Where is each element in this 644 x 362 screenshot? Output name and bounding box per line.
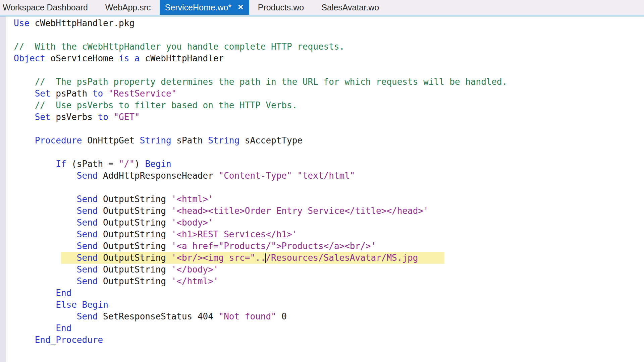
code-line[interactable]: Send OutputString '<head><title>Order En… [14,205,644,217]
code-line[interactable] [14,123,644,135]
code-line[interactable]: // Use psVerbs to filter based on the HT… [14,100,644,111]
code-line[interactable]: Use cWebHttpHandler.pkg [14,17,644,29]
tab-workspace-dashboard[interactable]: Workspace Dashboard [0,0,97,15]
code-token-text: OutputString [98,206,171,216]
code-line-highlighted[interactable]: Send OutputString '<br/><img src="../Res… [14,252,644,264]
code-line[interactable]: Object oServiceHome is a cWebHttpHandler [14,53,644,64]
code-line[interactable]: End_Procedure [14,334,644,346]
code-line[interactable]: Procedure OnHttpGet String sPath String … [14,135,644,146]
code-token-keyword: Begin [82,300,108,310]
code-token-text: OutputString [98,264,171,275]
code-token-keyword: Send [77,194,98,204]
code-token-keyword: If [56,159,66,169]
code-line[interactable]: Set psVerbs to "GET" [14,111,644,123]
code-line[interactable]: Send OutputString '<body>' [14,217,644,229]
code-token-text: sAcceptType [239,135,303,145]
code-token-text: SetResponseStatus 404 [98,311,218,321]
code-token-string: "Content-Type" [219,171,292,181]
code-line[interactable] [14,146,644,158]
tab-servicehome-wo[interactable]: ServiceHome.wo*✕ [160,0,249,15]
code-token-keyword: is [119,53,129,63]
code-token-keyword: a [135,53,140,63]
code-token-keyword: to [98,112,108,122]
code-token-string: '<head><title>Order Entry Service</title… [171,206,429,216]
code-editor[interactable]: Use cWebHttpHandler.pkg // With the cWeb… [6,16,644,362]
code-token-string: "RestService" [108,88,177,99]
code-line[interactable]: Send OutputString '<a href="Products/">P… [14,240,644,252]
code-line[interactable]: Send OutputString '</body>' [14,264,644,276]
code-token-string: '</html>' [171,276,219,286]
code-token-keyword: Set [35,88,51,99]
tab-webapp-src[interactable]: WebApp.src [97,0,160,15]
tab-label: WebApp.src [105,3,151,12]
code-token-text [77,300,82,310]
code-line[interactable]: Send SetResponseStatus 404 "Not found" 0 [14,311,644,322]
code-token-comment: // The psPath property determines the pa… [35,77,507,87]
code-line[interactable]: // The psPath property determines the pa… [14,76,644,88]
code-token-comment: // Use psVerbs to filter based on the HT… [35,100,298,110]
code-token-text: psVerbs [51,112,98,122]
code-token-string: '<body>' [171,218,213,228]
code-token-text: OnHttpGet [82,135,140,145]
code-token-text: oServiceHome [45,53,119,63]
code-token-keyword: End [56,323,71,333]
code-token-string: '<html>' [171,194,213,204]
tab-bar: Workspace DashboardWebApp.srcServiceHome… [0,0,644,15]
code-line[interactable]: // With the cWebHttpHandler you handle c… [14,41,644,53]
code-token-keyword: Else [56,300,77,310]
code-line[interactable]: If (sPath = "/") Begin [14,158,644,170]
code-token-text: psPath [51,88,93,99]
tab-label: Workspace Dashboard [3,3,88,12]
code-token-keyword: Begin [145,159,171,169]
code-token-text: OutputString [98,194,171,204]
code-token-text: AddHttpResponseHeader [98,171,218,181]
code-line[interactable]: Else Begin [14,299,644,311]
code-token-string: "GET" [113,112,140,122]
editor-selection-margin[interactable] [0,16,6,362]
code-token-string: "text/html" [297,171,355,181]
code-line[interactable]: Send OutputString '</html>' [14,276,644,287]
line-highlight: Send OutputString '<br/><img src="../Res… [61,252,444,264]
code-token-text: cWebHttpHandler [140,53,224,63]
code-token-keyword: Send [77,206,98,216]
tab-label: ServiceHome.wo* [165,3,232,12]
code-token-string: '<br/><img src=".. [171,253,266,263]
code-token-keyword: Send [77,241,98,251]
text-caret [265,253,266,263]
tab-salesavatar-wo[interactable]: SalesAvatar.wo [313,0,388,15]
code-token-keyword: End_Procedure [35,335,103,345]
tab-label: Products.wo [258,3,304,12]
code-token-text: (sPath = [66,159,119,169]
code-line[interactable]: Send OutputString '<h1>REST Services</h1… [14,229,644,240]
code-token-keyword: String [140,135,171,145]
tab-products-wo[interactable]: Products.wo [249,0,313,15]
code-token-keyword: Send [77,311,98,321]
code-line[interactable]: Send OutputString '<html>' [14,193,644,205]
close-icon[interactable]: ✕ [237,4,244,11]
code-line[interactable] [14,29,644,41]
code-token-string: '<h1>REST Services</h1>' [171,229,298,239]
code-line[interactable] [14,182,644,193]
code-token-keyword: Send [77,171,98,181]
code-token-keyword: Procedure [35,135,82,145]
code-editor-region: Use cWebHttpHandler.pkg // With the cWeb… [0,16,644,362]
code-token-text [103,88,108,99]
code-line[interactable]: Send AddHttpResponseHeader "Content-Type… [14,170,644,182]
code-token-text: sPath [171,135,208,145]
code-token-keyword: Send [77,229,98,239]
code-token-text: OutputString [98,253,171,263]
code-line[interactable] [14,64,644,76]
code-line[interactable]: Set psPath to "RestService" [14,88,644,100]
code-line[interactable]: End [14,322,644,334]
code-token-text: cWebHttpHandler.pkg [30,18,135,28]
code-token-text: ) [135,159,145,169]
code-token-keyword: Send [77,276,98,286]
code-token-keyword: Send [77,218,98,228]
code-line[interactable]: End [14,287,644,299]
code-token-keyword: Object [14,53,45,63]
code-token-text [129,53,135,63]
code-token-comment: // With the cWebHttpHandler you handle c… [14,42,344,52]
code-token-keyword: to [93,88,103,99]
code-token-keyword: Send [77,253,98,263]
code-token-text: OutputString [98,276,171,286]
